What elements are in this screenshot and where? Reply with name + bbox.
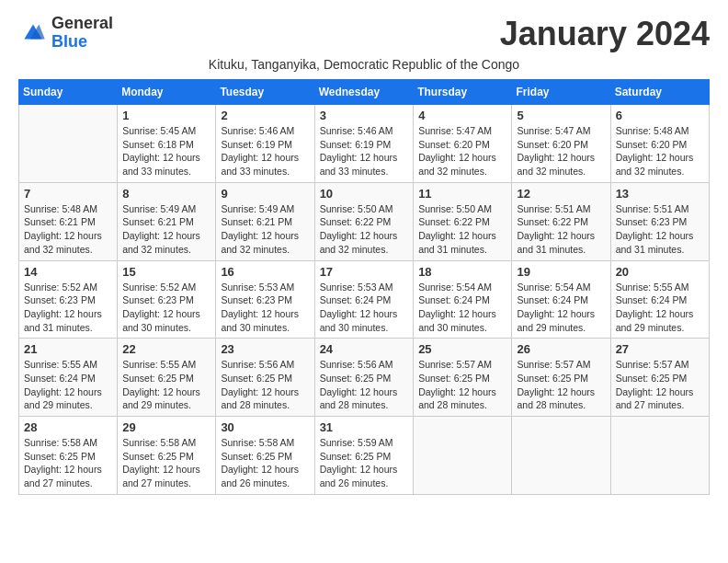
day-number: 3 xyxy=(320,109,409,122)
day-number: 30 xyxy=(221,420,309,434)
day-number: 19 xyxy=(517,265,605,279)
day-number: 11 xyxy=(418,187,506,201)
calendar-cell: 12Sunrise: 5:51 AM Sunset: 6:22 PM Dayli… xyxy=(512,182,610,260)
day-info: Sunrise: 5:47 AM Sunset: 6:20 PM Dayligh… xyxy=(418,124,506,178)
calendar-header-tuesday: Tuesday xyxy=(216,80,314,105)
calendar-cell: 20Sunrise: 5:55 AM Sunset: 6:24 PM Dayli… xyxy=(610,260,709,339)
calendar-cell: 3Sunrise: 5:46 AM Sunset: 6:19 PM Daylig… xyxy=(314,105,414,183)
calendar-cell: 8Sunrise: 5:49 AM Sunset: 6:21 PM Daylig… xyxy=(118,182,216,260)
day-info: Sunrise: 5:50 AM Sunset: 6:22 PM Dayligh… xyxy=(320,202,409,257)
day-number: 8 xyxy=(122,187,210,201)
day-info: Sunrise: 5:58 AM Sunset: 6:25 PM Dayligh… xyxy=(221,436,309,490)
day-number: 12 xyxy=(517,187,605,201)
day-number: 9 xyxy=(221,187,309,201)
day-info: Sunrise: 5:48 AM Sunset: 6:20 PM Dayligh… xyxy=(616,124,704,178)
day-info: Sunrise: 5:53 AM Sunset: 6:23 PM Dayligh… xyxy=(221,281,309,335)
day-info: Sunrise: 5:57 AM Sunset: 6:25 PM Dayligh… xyxy=(616,358,704,412)
calendar-header-row: SundayMondayTuesdayWednesdayThursdayFrid… xyxy=(19,80,710,105)
logo-icon xyxy=(18,18,48,48)
calendar-week-row: 21Sunrise: 5:55 AM Sunset: 6:24 PM Dayli… xyxy=(19,339,710,417)
calendar-header-sunday: Sunday xyxy=(19,80,118,105)
calendar-cell: 10Sunrise: 5:50 AM Sunset: 6:22 PM Dayli… xyxy=(314,182,414,260)
day-info: Sunrise: 5:58 AM Sunset: 6:25 PM Dayligh… xyxy=(122,436,210,490)
day-number: 2 xyxy=(221,109,309,122)
day-number: 15 xyxy=(122,265,210,279)
day-number: 16 xyxy=(221,265,309,279)
calendar-cell xyxy=(610,417,709,495)
day-info: Sunrise: 5:50 AM Sunset: 6:22 PM Dayligh… xyxy=(418,202,506,257)
calendar-header-monday: Monday xyxy=(118,80,216,105)
calendar-cell: 23Sunrise: 5:56 AM Sunset: 6:25 PM Dayli… xyxy=(216,339,314,417)
calendar-cell: 4Sunrise: 5:47 AM Sunset: 6:20 PM Daylig… xyxy=(414,105,512,183)
calendar-cell: 22Sunrise: 5:55 AM Sunset: 6:25 PM Dayli… xyxy=(118,339,216,417)
day-number: 28 xyxy=(24,420,112,434)
day-info: Sunrise: 5:49 AM Sunset: 6:21 PM Dayligh… xyxy=(221,202,309,257)
day-number: 21 xyxy=(24,342,112,356)
day-number: 4 xyxy=(418,109,506,122)
calendar-cell xyxy=(512,417,610,495)
day-number: 10 xyxy=(320,187,409,201)
subtitle: Kituku, Tanganyika, Democratic Republic … xyxy=(18,57,710,72)
calendar-cell: 17Sunrise: 5:53 AM Sunset: 6:24 PM Dayli… xyxy=(314,260,414,339)
day-info: Sunrise: 5:49 AM Sunset: 6:21 PM Dayligh… xyxy=(122,202,210,257)
day-info: Sunrise: 5:58 AM Sunset: 6:25 PM Dayligh… xyxy=(24,436,112,490)
calendar-cell: 1Sunrise: 5:45 AM Sunset: 6:18 PM Daylig… xyxy=(118,105,216,183)
calendar-week-row: 28Sunrise: 5:58 AM Sunset: 6:25 PM Dayli… xyxy=(19,417,710,495)
day-info: Sunrise: 5:55 AM Sunset: 6:24 PM Dayligh… xyxy=(616,281,704,335)
calendar-cell: 24Sunrise: 5:56 AM Sunset: 6:25 PM Dayli… xyxy=(314,339,414,417)
day-info: Sunrise: 5:47 AM Sunset: 6:20 PM Dayligh… xyxy=(517,124,605,178)
calendar-cell: 19Sunrise: 5:54 AM Sunset: 6:24 PM Dayli… xyxy=(512,260,610,339)
day-number: 7 xyxy=(24,187,112,201)
day-info: Sunrise: 5:57 AM Sunset: 6:25 PM Dayligh… xyxy=(418,358,506,412)
day-info: Sunrise: 5:48 AM Sunset: 6:21 PM Dayligh… xyxy=(24,202,112,257)
day-info: Sunrise: 5:55 AM Sunset: 6:24 PM Dayligh… xyxy=(24,358,112,412)
calendar-week-row: 14Sunrise: 5:52 AM Sunset: 6:23 PM Dayli… xyxy=(19,260,710,339)
day-number: 24 xyxy=(320,342,409,356)
calendar-cell xyxy=(414,417,512,495)
day-number: 27 xyxy=(616,342,704,356)
day-number: 1 xyxy=(122,109,210,122)
calendar-cell: 31Sunrise: 5:59 AM Sunset: 6:25 PM Dayli… xyxy=(314,417,414,495)
day-info: Sunrise: 5:59 AM Sunset: 6:25 PM Dayligh… xyxy=(320,436,409,490)
day-info: Sunrise: 5:46 AM Sunset: 6:19 PM Dayligh… xyxy=(221,124,309,178)
calendar-cell: 13Sunrise: 5:51 AM Sunset: 6:23 PM Dayli… xyxy=(610,182,709,260)
day-number: 23 xyxy=(221,342,309,356)
calendar-header-friday: Friday xyxy=(512,80,610,105)
day-info: Sunrise: 5:54 AM Sunset: 6:24 PM Dayligh… xyxy=(418,281,506,335)
day-info: Sunrise: 5:51 AM Sunset: 6:23 PM Dayligh… xyxy=(616,202,704,257)
day-info: Sunrise: 5:56 AM Sunset: 6:25 PM Dayligh… xyxy=(221,358,309,412)
day-info: Sunrise: 5:56 AM Sunset: 6:25 PM Dayligh… xyxy=(320,358,409,412)
calendar-cell: 15Sunrise: 5:52 AM Sunset: 6:23 PM Dayli… xyxy=(118,260,216,339)
day-number: 20 xyxy=(616,265,704,279)
day-info: Sunrise: 5:52 AM Sunset: 6:23 PM Dayligh… xyxy=(122,281,210,335)
day-number: 18 xyxy=(418,265,506,279)
logo: General Blue xyxy=(18,15,113,52)
day-info: Sunrise: 5:54 AM Sunset: 6:24 PM Dayligh… xyxy=(517,281,605,335)
day-number: 26 xyxy=(517,342,605,356)
day-number: 13 xyxy=(616,187,704,201)
logo-general: General xyxy=(51,14,113,32)
header: General Blue January 2024 xyxy=(18,15,710,53)
calendar-week-row: 1Sunrise: 5:45 AM Sunset: 6:18 PM Daylig… xyxy=(19,105,710,183)
calendar-cell: 29Sunrise: 5:58 AM Sunset: 6:25 PM Dayli… xyxy=(118,417,216,495)
day-info: Sunrise: 5:52 AM Sunset: 6:23 PM Dayligh… xyxy=(24,281,112,335)
day-number: 25 xyxy=(418,342,506,356)
day-info: Sunrise: 5:46 AM Sunset: 6:19 PM Dayligh… xyxy=(320,124,409,178)
calendar-cell: 5Sunrise: 5:47 AM Sunset: 6:20 PM Daylig… xyxy=(512,105,610,183)
day-info: Sunrise: 5:53 AM Sunset: 6:24 PM Dayligh… xyxy=(320,281,409,335)
calendar-cell: 18Sunrise: 5:54 AM Sunset: 6:24 PM Dayli… xyxy=(414,260,512,339)
calendar-cell: 16Sunrise: 5:53 AM Sunset: 6:23 PM Dayli… xyxy=(216,260,314,339)
calendar-week-row: 7Sunrise: 5:48 AM Sunset: 6:21 PM Daylig… xyxy=(19,182,710,260)
calendar-header-thursday: Thursday xyxy=(414,80,512,105)
day-info: Sunrise: 5:55 AM Sunset: 6:25 PM Dayligh… xyxy=(122,358,210,412)
day-number: 29 xyxy=(122,420,210,434)
calendar-cell xyxy=(19,105,118,183)
calendar-cell: 28Sunrise: 5:58 AM Sunset: 6:25 PM Dayli… xyxy=(19,417,118,495)
day-number: 22 xyxy=(122,342,210,356)
calendar-cell: 21Sunrise: 5:55 AM Sunset: 6:24 PM Dayli… xyxy=(19,339,118,417)
calendar-header-wednesday: Wednesday xyxy=(314,80,414,105)
calendar-cell: 6Sunrise: 5:48 AM Sunset: 6:20 PM Daylig… xyxy=(610,105,709,183)
calendar-cell: 27Sunrise: 5:57 AM Sunset: 6:25 PM Dayli… xyxy=(610,339,709,417)
day-info: Sunrise: 5:45 AM Sunset: 6:18 PM Dayligh… xyxy=(122,124,210,178)
day-number: 5 xyxy=(517,109,605,122)
